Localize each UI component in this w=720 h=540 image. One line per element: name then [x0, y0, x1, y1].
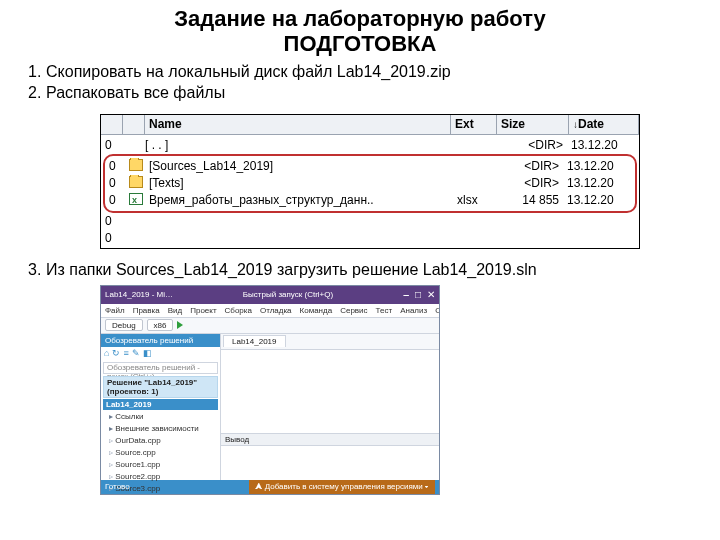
panel-toolbar: ⌂ ↻ ≡ ✎ ◧ [101, 347, 220, 360]
tree-file[interactable]: Source1.cpp [109, 459, 218, 471]
col-ext[interactable]: Ext [451, 115, 497, 134]
highlighted-rows: 0 [Sources_Lab14_2019] <DIR> 13.12.20 0 … [103, 154, 637, 213]
window-close-icon[interactable]: ✕ [427, 289, 435, 300]
panel-caption: Обозреватель решений [101, 334, 220, 347]
col-size[interactable]: Size [497, 115, 569, 134]
step-number: 3. [28, 261, 46, 279]
collapse-icon[interactable]: ≡ [123, 348, 128, 358]
show-all-icon[interactable]: ◧ [143, 348, 152, 358]
source-control-add-button[interactable]: ⮝ Добавить в систему управления версиями… [249, 480, 435, 494]
table-row: 0 [103, 230, 637, 247]
start-debugging-icon[interactable] [177, 321, 183, 329]
config-dropdown[interactable]: Debug [105, 319, 143, 331]
folder-icon [129, 159, 143, 171]
file-date: 13.12.20 [565, 192, 633, 209]
steps-block: 3. Из папки Sources_Lab14_2019 загрузить… [0, 253, 720, 279]
col-name[interactable]: Name [145, 115, 451, 134]
menu-item[interactable]: Вид [168, 304, 182, 317]
row-marker: 0 [107, 158, 127, 175]
folder-icon [129, 176, 143, 188]
menu-item[interactable]: Тест [376, 304, 393, 317]
row-marker: 0 [107, 192, 127, 209]
menu-item[interactable]: Файл [105, 304, 125, 317]
status-ready: Готово [105, 482, 130, 491]
title-line-1: Задание на лабораторную работу [0, 6, 720, 31]
menu-item[interactable]: Команда [300, 304, 333, 317]
file-name: Время_работы_разных_структур_данн.. [147, 192, 455, 209]
file-name: [Texts] [147, 175, 455, 192]
file-ext [459, 137, 505, 154]
table-row[interactable]: 0 [ . . ] <DIR> 13.12.20 [103, 137, 637, 154]
table-row[interactable]: 0 [Texts] <DIR> 13.12.20 [107, 175, 633, 192]
project-node[interactable]: Lab14_2019 [103, 399, 218, 410]
menu-item[interactable]: Отладка [260, 304, 292, 317]
table-row: 0 [103, 213, 637, 230]
file-size: <DIR> [501, 175, 565, 192]
file-date: 13.12.20 [565, 175, 633, 192]
solution-search-input[interactable]: Обозреватель решений - поиск (Ctrl+;) [103, 362, 218, 374]
page-title: Задание на лабораторную работу ПОДГОТОВК… [0, 0, 720, 57]
window-title: Lab14_2019 - Mi… [105, 290, 173, 299]
file-date: 13.12.20 [569, 137, 637, 154]
editor-tab[interactable]: Lab14_2019 [223, 335, 286, 347]
file-size: 14 855 [501, 192, 565, 209]
tree-folder[interactable]: Ссылки [109, 411, 218, 423]
file-name: [ . . ] [143, 137, 459, 154]
file-size: <DIR> [505, 137, 569, 154]
platform-dropdown[interactable]: x86 [147, 319, 174, 331]
tree-file[interactable]: Source.cpp [109, 447, 218, 459]
step-number: 2. [28, 82, 46, 104]
steps-block: 1. Скопировать на локальный диск файл La… [0, 57, 720, 104]
step-text: Из папки Sources_Lab14_2019 загрузить ре… [46, 261, 537, 279]
step-number: 1. [28, 61, 46, 83]
file-manager-header: Name Ext Size ↓Date [101, 115, 639, 135]
toolbar: Debug x86 [101, 318, 439, 334]
menu-item[interactable]: Правка [133, 304, 160, 317]
refresh-icon[interactable]: ↻ [112, 348, 120, 358]
table-row[interactable]: 0 Время_работы_разных_структур_данн.. xl… [107, 192, 633, 209]
menu-item[interactable]: Окно [435, 304, 440, 317]
file-ext: xlsx [455, 192, 501, 209]
quick-launch[interactable]: Быстрый запуск (Ctrl+Q) [243, 290, 333, 299]
titlebar[interactable]: Lab14_2019 - Mi… Быстрый запуск (Ctrl+Q)… [101, 286, 439, 304]
title-line-2: ПОДГОТОВКА [0, 31, 720, 56]
solution-explorer: Обозреватель решений ⌂ ↻ ≡ ✎ ◧ Обозреват… [101, 334, 221, 480]
menu-item[interactable]: Проект [190, 304, 216, 317]
row-marker: 0 [103, 213, 123, 230]
output-panel[interactable] [221, 446, 439, 480]
menu-bar: ФайлПравкаВидПроектСборкаОтладкаКомандаС… [101, 304, 439, 318]
step-text: Распаковать все файлы [46, 82, 225, 104]
row-marker: 0 [103, 137, 123, 154]
solution-node[interactable]: Решение "Lab14_2019" (проектов: 1) [103, 376, 218, 398]
spreadsheet-icon [129, 193, 143, 205]
file-size: <DIR> [501, 158, 565, 175]
file-name: [Sources_Lab14_2019] [147, 158, 455, 175]
tree-folder[interactable]: Внешние зависимости [109, 423, 218, 435]
table-row[interactable]: 0 [Sources_Lab14_2019] <DIR> 13.12.20 [107, 158, 633, 175]
editor-tabs: Lab14_2019 [221, 334, 439, 350]
window-minimize-icon[interactable]: ‒ [403, 289, 409, 300]
row-marker: 0 [107, 175, 127, 192]
file-ext [455, 175, 501, 192]
file-manager: Name Ext Size ↓Date 0 [ . . ] <DIR> 13.1… [100, 114, 640, 249]
menu-item[interactable]: Сборка [225, 304, 252, 317]
editor-canvas[interactable] [221, 350, 439, 434]
col-date[interactable]: ↓Date [569, 115, 639, 134]
row-marker: 0 [103, 230, 123, 247]
visual-studio-window: Lab14_2019 - Mi… Быстрый запуск (Ctrl+Q)… [100, 285, 720, 495]
tree-file[interactable]: Source2.cpp [109, 471, 218, 483]
window-maximize-icon[interactable]: □ [415, 289, 421, 300]
properties-icon[interactable]: ✎ [132, 348, 140, 358]
menu-item[interactable]: Анализ [400, 304, 427, 317]
tree-file[interactable]: OurData.cpp [109, 435, 218, 447]
menu-item[interactable]: Сервис [340, 304, 367, 317]
file-ext [455, 158, 501, 175]
file-date: 13.12.20 [565, 158, 633, 175]
output-caption: Вывод [221, 434, 439, 446]
step-text: Скопировать на локальный диск файл Lab14… [46, 61, 451, 83]
home-icon[interactable]: ⌂ [104, 348, 109, 358]
